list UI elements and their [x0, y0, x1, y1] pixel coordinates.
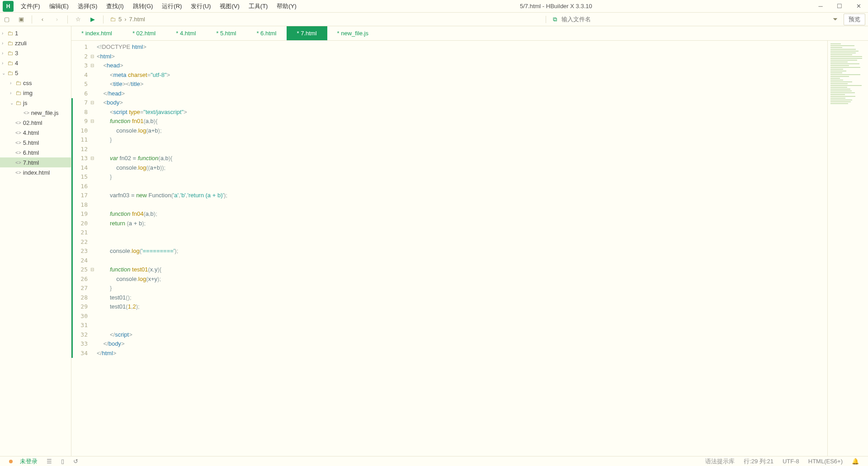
line-number[interactable]: 24: [71, 256, 90, 266]
code-line[interactable]: [97, 228, 827, 238]
line-gutter[interactable]: 1234567891011121314151617181920212223242…: [71, 41, 90, 456]
code-line[interactable]: <body>: [97, 98, 827, 108]
code-editor[interactable]: 1234567891011121314151617181920212223242…: [71, 41, 868, 456]
code-line[interactable]: [97, 145, 827, 154]
editor-tab[interactable]: * 4.html: [166, 26, 206, 40]
code-line[interactable]: <script type="text/javascript">: [97, 108, 827, 117]
code-line[interactable]: </script>: [97, 330, 827, 340]
line-number[interactable]: 33: [71, 339, 90, 349]
line-number[interactable]: 25: [71, 265, 90, 275]
code-line[interactable]: </body>: [97, 339, 827, 349]
code-line[interactable]: [97, 200, 827, 210]
tree-file[interactable]: <>6.html: [0, 147, 71, 157]
forward-icon[interactable]: ›: [53, 16, 61, 23]
line-number[interactable]: 10: [71, 126, 90, 136]
search-input[interactable]: [561, 16, 815, 23]
code-line[interactable]: console.log((a+b));: [97, 163, 827, 173]
code-line[interactable]: <meta charset="utf-8">: [97, 71, 827, 80]
preview-button[interactable]: 预览: [844, 14, 865, 25]
fold-icon[interactable]: ⊟: [90, 100, 94, 105]
code-line[interactable]: <title></title>: [97, 80, 827, 89]
line-number[interactable]: 21: [71, 228, 90, 238]
panel-icon[interactable]: ▯: [61, 458, 64, 465]
notify-icon[interactable]: 🔔: [852, 458, 859, 465]
code-line[interactable]: varfn03 = new Function('a','b','return (…: [97, 191, 827, 200]
code-content[interactable]: <!DOCTYPE html><html> <head> <meta chars…: [90, 41, 827, 456]
line-number[interactable]: 34: [71, 349, 90, 358]
editor-tab[interactable]: * 02.html: [123, 26, 166, 40]
code-line[interactable]: [97, 238, 827, 247]
fold-icon[interactable]: ⊟: [90, 156, 94, 161]
code-line[interactable]: console.log('=========');: [97, 247, 827, 256]
tree-file[interactable]: <>new_file.js: [0, 108, 71, 118]
code-line[interactable]: [97, 312, 827, 321]
code-line[interactable]: }: [97, 135, 827, 145]
code-line[interactable]: </head>: [97, 89, 827, 99]
minimap[interactable]: [827, 41, 868, 456]
tree-file[interactable]: <>index.html: [0, 167, 71, 177]
editor-tab[interactable]: * 6.html: [246, 26, 287, 40]
menu-item[interactable]: 工具(T): [244, 2, 273, 10]
line-number[interactable]: 31: [71, 321, 90, 330]
fold-icon[interactable]: ⊟: [90, 54, 94, 59]
code-line[interactable]: console.log(x+y);: [97, 275, 827, 284]
sidebar[interactable]: ›🗀1›🗀zzuli›🗀3›🗀4⌄🗀5›🗀css›🗀img⌄🗀js<>new_f…: [0, 26, 71, 456]
tree-file[interactable]: <>5.html: [0, 138, 71, 147]
menu-item[interactable]: 文件(F): [16, 2, 45, 10]
line-number[interactable]: 1: [71, 43, 90, 52]
chevron-icon[interactable]: ⌄: [2, 71, 7, 76]
line-number[interactable]: 4: [71, 71, 90, 80]
menu-item[interactable]: 帮助(Y): [272, 2, 301, 10]
code-line[interactable]: <!DOCTYPE html>: [97, 43, 827, 52]
line-number[interactable]: 26: [71, 275, 90, 284]
tree-folder[interactable]: ›🗀1: [0, 28, 71, 38]
tree-folder[interactable]: ›🗀img: [0, 88, 71, 98]
line-number[interactable]: 9: [71, 117, 90, 126]
menu-item[interactable]: 编辑(E): [45, 2, 73, 10]
line-number[interactable]: 17: [71, 191, 90, 200]
line-number[interactable]: 30: [71, 312, 90, 321]
tree-file[interactable]: <>7.html: [0, 157, 71, 167]
run-icon[interactable]: ▶: [89, 16, 97, 23]
login-status[interactable]: 未登录: [20, 457, 38, 466]
tree-folder[interactable]: ›🗀3: [0, 48, 71, 58]
line-number[interactable]: 13: [71, 154, 90, 163]
line-number[interactable]: 22: [71, 238, 90, 247]
chevron-icon[interactable]: ›: [2, 51, 7, 56]
line-number[interactable]: 18: [71, 200, 90, 210]
line-number[interactable]: 12: [71, 145, 90, 154]
editor-tab[interactable]: * index.html: [71, 26, 123, 40]
code-line[interactable]: </html>: [97, 349, 827, 358]
line-number[interactable]: 6: [71, 89, 90, 99]
save-icon[interactable]: ▣: [17, 16, 25, 23]
line-number[interactable]: 16: [71, 182, 90, 191]
breadcrumb-segment[interactable]: 7.html: [129, 16, 145, 23]
code-line[interactable]: [97, 182, 827, 191]
line-number[interactable]: 15: [71, 172, 90, 182]
code-line[interactable]: test01();: [97, 293, 827, 303]
filter-icon[interactable]: ⏷: [832, 16, 838, 23]
line-number[interactable]: 7: [71, 98, 90, 108]
maximize-button[interactable]: ☐: [830, 0, 849, 13]
line-number[interactable]: 32: [71, 330, 90, 340]
menu-item[interactable]: 运行(R): [157, 2, 186, 10]
new-tab-icon[interactable]: ▢: [3, 16, 11, 23]
line-number[interactable]: 29: [71, 302, 90, 312]
line-number[interactable]: 27: [71, 284, 90, 293]
menu-item[interactable]: 跳转(G): [128, 2, 158, 10]
code-line[interactable]: function test01(x,y){: [97, 265, 827, 275]
file-search[interactable]: ⧉: [546, 16, 826, 23]
fold-icon[interactable]: ⊟: [90, 267, 94, 272]
line-number[interactable]: 3: [71, 61, 90, 71]
code-line[interactable]: function fn01(a,b){: [97, 117, 827, 126]
tree-folder[interactable]: ⌄🗀5: [0, 68, 71, 78]
encoding[interactable]: UTF-8: [783, 458, 799, 465]
minimize-button[interactable]: ─: [811, 0, 830, 13]
line-number[interactable]: 28: [71, 293, 90, 303]
line-number[interactable]: 19: [71, 209, 90, 219]
code-line[interactable]: [97, 321, 827, 330]
hint-library[interactable]: 语法提示库: [705, 457, 735, 466]
code-line[interactable]: <html>: [97, 52, 827, 62]
chevron-icon[interactable]: ›: [2, 61, 7, 66]
chevron-icon[interactable]: ›: [10, 81, 15, 86]
